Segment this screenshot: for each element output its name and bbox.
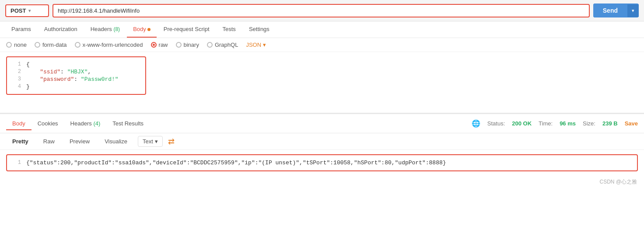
radio-none-circle [6, 42, 12, 48]
resp-tab-cookies[interactable]: Cookies [32, 118, 64, 130]
radio-none-label: none [14, 42, 27, 48]
time-value: 96 ms [560, 120, 576, 127]
body-dot [147, 28, 150, 31]
save-button[interactable]: Save [625, 120, 638, 127]
method-label: POST [10, 7, 26, 14]
text-dropdown-label: Text [143, 138, 153, 145]
code-line-2: 2 "ssid": "HBJX", [7, 68, 145, 76]
response-sub-tabs: Pretty Raw Preview Visualize Text ▾ ⇄ [0, 133, 644, 150]
send-button[interactable]: Send ▾ [593, 3, 639, 17]
method-select[interactable]: POST ▾ [5, 4, 49, 17]
tab-body[interactable]: Body [127, 21, 157, 38]
radio-raw-circle [151, 42, 157, 48]
tab-params[interactable]: Params [5, 21, 37, 38]
text-dropdown-chevron: ▾ [155, 138, 158, 145]
request-body-editor: 1 { 2 "ssid": "HBJX", 3 "password": "Pas… [0, 52, 644, 113]
tab-tests[interactable]: Tests [217, 21, 242, 38]
resp-tab-testresults[interactable]: Test Results [106, 118, 150, 130]
body-type-row: none form-data x-www-form-urlencoded raw… [0, 38, 644, 52]
radio-binary[interactable]: binary [176, 42, 199, 48]
text-dropdown[interactable]: Text ▾ [138, 136, 163, 147]
request-tabs: Params Authorization Headers (8) Body Pr… [0, 21, 644, 38]
footer-credit: CSDN @心之雅 [599, 178, 637, 186]
resp-tab-headers[interactable]: Headers (4) [64, 118, 107, 130]
radio-graphql-circle [207, 42, 213, 48]
size-label: Size: [583, 120, 595, 127]
resp-tab-body[interactable]: Body [6, 118, 32, 130]
code-line-4: 4 } [7, 83, 145, 90]
radio-x-www-label: x-www-form-urlencoded [83, 42, 143, 48]
radio-none[interactable]: none [6, 42, 27, 48]
code-line-1: 1 { [7, 61, 145, 68]
url-input[interactable] [52, 4, 590, 17]
radio-binary-label: binary [184, 42, 199, 48]
radio-graphql[interactable]: GraphQL [207, 42, 238, 48]
radio-raw-label: raw [159, 42, 168, 48]
radio-binary-circle [176, 42, 182, 48]
wrap-icon[interactable]: ⇄ [168, 137, 175, 146]
response-header: Body Cookies Headers (4) Test Results 🌐 … [0, 113, 644, 133]
subtab-visualize[interactable]: Visualize [98, 136, 133, 147]
json-label: JSON [246, 42, 261, 48]
footer: CSDN @心之雅 [0, 176, 644, 188]
response-meta: 🌐 Status: 200 OK Time: 96 ms Size: 239 B… [472, 119, 638, 128]
radio-form-data-label: form-data [42, 42, 67, 48]
radio-form-data[interactable]: form-data [35, 42, 67, 48]
tab-headers[interactable]: Headers (8) [84, 21, 126, 38]
headers-badge: (8) [113, 26, 120, 32]
subtab-pretty[interactable]: Pretty [6, 136, 35, 147]
tab-prerequest[interactable]: Pre-request Script [158, 21, 216, 38]
response-body: 1 {"status":200,"productId":"ssa10ads","… [0, 150, 644, 176]
code-line-3: 3 "password": "Passw0rd!" [7, 76, 145, 83]
size-value: 239 B [602, 120, 618, 127]
radio-raw[interactable]: raw [151, 42, 168, 48]
code-editor-box[interactable]: 1 { 2 "ssid": "HBJX", 3 "password": "Pas… [6, 56, 146, 95]
radio-form-data-circle [35, 42, 40, 48]
json-dropdown[interactable]: JSON ▾ [246, 42, 266, 48]
subtab-preview[interactable]: Preview [63, 136, 96, 147]
response-code-editor[interactable]: 1 {"status":200,"productId":"ssa10ads","… [6, 154, 638, 171]
radio-x-www-circle [75, 42, 80, 48]
send-button-main[interactable]: Send [593, 3, 627, 17]
resp-headers-badge: (4) [93, 120, 100, 127]
radio-x-www[interactable]: x-www-form-urlencoded [75, 42, 143, 48]
tab-settings[interactable]: Settings [243, 21, 276, 38]
time-label: Time: [539, 120, 553, 127]
status-label: Status: [487, 120, 505, 127]
chevron-down-icon: ▾ [28, 8, 31, 13]
json-chevron-icon: ▾ [263, 42, 266, 48]
subtab-raw[interactable]: Raw [37, 136, 61, 147]
status-value: 200 OK [512, 120, 532, 127]
resp-code-line-1: 1 {"status":200,"productId":"ssa10ads","… [7, 159, 637, 167]
url-bar: POST ▾ Send ▾ [0, 0, 644, 21]
globe-icon: 🌐 [472, 119, 480, 128]
radio-graphql-label: GraphQL [215, 42, 238, 48]
tab-authorization[interactable]: Authorization [38, 21, 84, 38]
resp-code-content: {"status":200,"productId":"ssa10ads","de… [26, 160, 446, 166]
send-button-arrow[interactable]: ▾ [627, 4, 639, 17]
